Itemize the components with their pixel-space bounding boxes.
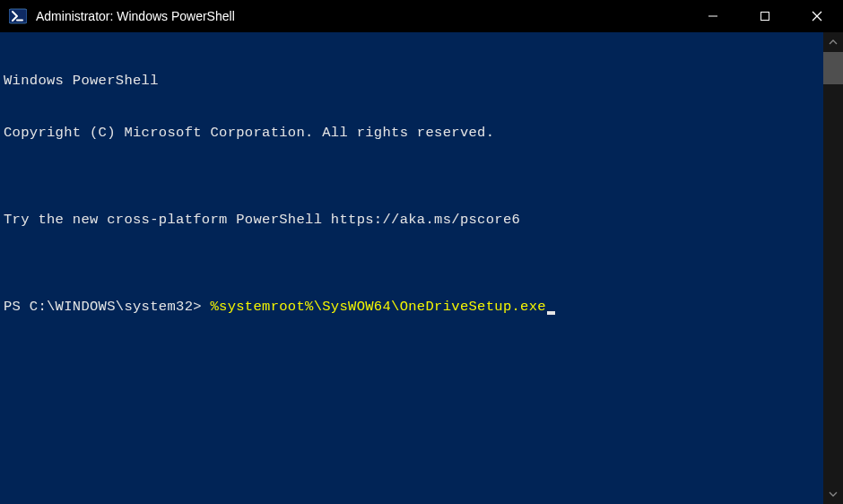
powershell-icon bbox=[9, 7, 27, 25]
cursor-icon bbox=[547, 311, 555, 315]
maximize-button[interactable] bbox=[739, 0, 791, 32]
scroll-up-button[interactable] bbox=[823, 32, 843, 52]
window-controls bbox=[687, 0, 843, 32]
scroll-track[interactable] bbox=[823, 52, 843, 484]
scroll-down-button[interactable] bbox=[823, 484, 843, 504]
terminal-line: Windows PowerShell bbox=[4, 73, 820, 90]
terminal-line: Copyright (C) Microsoft Corporation. All… bbox=[4, 125, 820, 142]
titlebar: Administrator: Windows PowerShell bbox=[0, 0, 843, 32]
prompt-prefix: PS C:\WINDOWS\system32> bbox=[4, 299, 210, 315]
scroll-thumb[interactable] bbox=[823, 52, 843, 84]
command-input[interactable]: %systemroot%\SysWOW64\OneDriveSetup.exe bbox=[210, 299, 545, 315]
minimize-button[interactable] bbox=[687, 0, 739, 32]
titlebar-left: Administrator: Windows PowerShell bbox=[9, 7, 235, 25]
terminal-wrapper: Windows PowerShell Copyright (C) Microso… bbox=[0, 32, 843, 504]
window-title: Administrator: Windows PowerShell bbox=[36, 9, 235, 23]
terminal[interactable]: Windows PowerShell Copyright (C) Microso… bbox=[0, 32, 823, 504]
terminal-line: Try the new cross-platform PowerShell ht… bbox=[4, 212, 820, 229]
close-button[interactable] bbox=[791, 0, 843, 32]
terminal-prompt-line: PS C:\WINDOWS\system32> %systemroot%\Sys… bbox=[4, 299, 820, 316]
scrollbar[interactable] bbox=[823, 32, 843, 504]
svg-rect-3 bbox=[761, 13, 769, 21]
